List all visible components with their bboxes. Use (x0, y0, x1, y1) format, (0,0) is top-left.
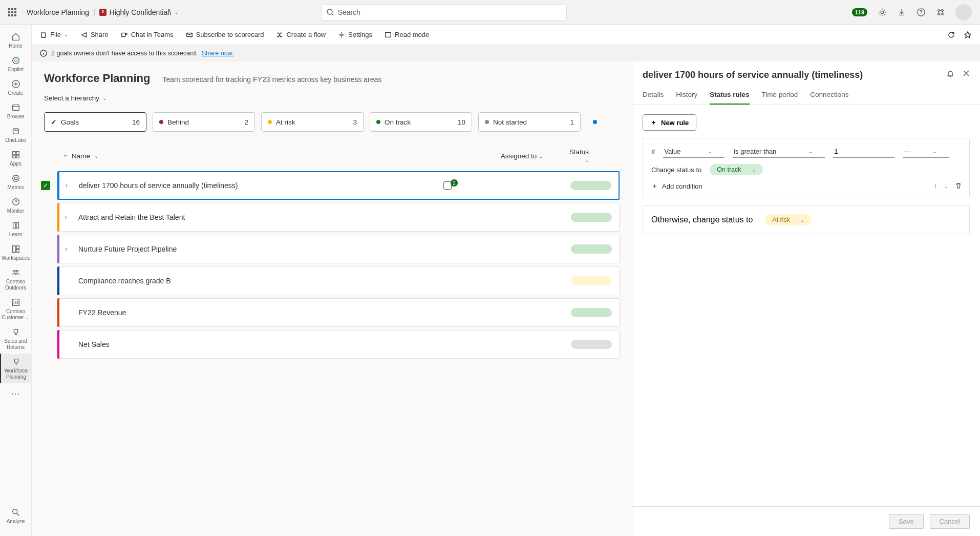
column-name[interactable]: Name⌄ (72, 152, 389, 160)
comment-badge[interactable]: 2 (443, 181, 458, 190)
nav-apps[interactable]: Apps (0, 147, 31, 170)
expand-icon[interactable]: › (65, 214, 73, 221)
nav-contoso-outdoors[interactable]: Contoso Outdoors (0, 264, 31, 294)
column-status[interactable]: Status ⌄ (563, 148, 599, 163)
pill-not-started[interactable]: Not started1 (478, 112, 581, 132)
chat-teams-button[interactable]: Chat in Teams (121, 31, 174, 38)
nav-workforce-planning[interactable]: Workforce Planning (0, 354, 31, 383)
nav-learn[interactable]: Learn (0, 217, 31, 241)
nav-create[interactable]: Create (0, 76, 31, 99)
settings-button[interactable]: Settings (338, 31, 372, 38)
svg-rect-27 (121, 33, 125, 36)
tab-status-rules[interactable]: Status rules (710, 86, 749, 105)
rule-field-select[interactable]: Value⌄ (663, 146, 725, 158)
nav-contoso-customer[interactable]: Contoso Customer ... (0, 294, 31, 324)
column-assigned[interactable]: Assigned to ⌄ (389, 152, 563, 160)
goal-row[interactable]: ›Attract and Retain the Best Talent (57, 203, 620, 232)
goal-row[interactable]: FY22 Revenue (57, 298, 620, 327)
bell-icon[interactable] (946, 70, 954, 79)
status-select-on-track[interactable]: On track⌄ (710, 164, 762, 175)
refresh-icon[interactable] (947, 31, 955, 39)
hierarchy-selector[interactable]: Select a hierarchy ⌄ (44, 94, 620, 102)
svg-point-18 (14, 177, 17, 179)
status-pill (571, 213, 612, 222)
share-now-link[interactable]: Share now. (202, 50, 234, 57)
goal-row[interactable]: Net Sales (57, 330, 620, 359)
expand-icon[interactable]: › (66, 182, 74, 189)
expand-all-icon[interactable]: › (62, 155, 69, 157)
file-menu[interactable]: File⌄ (40, 31, 68, 38)
notification-bar: 2 goals owners don't have access to this… (32, 45, 980, 61)
expand-icon[interactable]: › (65, 245, 73, 253)
row-checkbox[interactable]: ✓ (41, 181, 50, 190)
info-icon (40, 50, 47, 57)
comment-icon (443, 181, 452, 190)
rule-operator-select[interactable]: is greater than⌄ (733, 146, 825, 158)
new-rule-button[interactable]: ＋New rule (643, 114, 696, 131)
nav-onelake[interactable]: OneLake (0, 123, 31, 147)
org-icon[interactable] (936, 8, 945, 17)
nav-workspaces[interactable]: Workspaces (0, 241, 31, 264)
flow-icon (276, 31, 283, 38)
share-icon (80, 31, 88, 38)
nav-sales-returns[interactable]: Sales and Returns (0, 324, 31, 354)
nav-monitor[interactable]: Monitor (0, 194, 31, 217)
nav-browse[interactable]: Browse (0, 99, 31, 123)
notifications-badge[interactable]: 119 (852, 8, 867, 16)
trophy-icon (11, 357, 22, 367)
nav-analyze[interactable]: Analyze (0, 504, 31, 528)
rule-unit-select[interactable]: —⌄ (903, 146, 949, 158)
chevron-down-icon: ⌄ (64, 32, 68, 37)
read-mode-button[interactable]: Read mode (385, 31, 429, 38)
goal-row[interactable]: ✓›deliver 1700 hours of service annually… (57, 171, 620, 200)
pill-at-risk[interactable]: At risk3 (261, 112, 364, 132)
nav-more[interactable]: ⋯ (0, 383, 31, 403)
tab-history[interactable]: History (676, 86, 697, 105)
nav-home[interactable]: Home (0, 29, 31, 52)
close-icon[interactable] (963, 70, 970, 79)
subscribe-button[interactable]: Subscribe to scorecard (186, 31, 264, 38)
main-area: Workforce Planning Team scorecard for tr… (32, 61, 980, 536)
search-input[interactable]: Search (321, 4, 567, 20)
add-condition-button[interactable]: ＋Add condition (651, 181, 702, 191)
goal-name: Nurture Future Project Pipeline (78, 245, 571, 253)
share-button[interactable]: Share (80, 31, 109, 38)
onelake-icon (11, 126, 21, 136)
shield-icon (99, 9, 106, 16)
move-up-icon[interactable]: ↑ (934, 182, 938, 191)
goal-row[interactable]: Compliance reaches grade B (57, 266, 620, 295)
gear-icon[interactable] (878, 8, 887, 17)
search-icon (327, 9, 334, 16)
pill-goals[interactable]: ✓Goals16 (44, 112, 146, 132)
sensitivity-label[interactable]: Highly Confidential\ ⌄ (99, 8, 179, 16)
user-avatar[interactable] (955, 4, 972, 20)
create-flow-button[interactable]: Create a flow (276, 31, 326, 38)
cancel-button[interactable]: Cancel (930, 514, 970, 529)
status-pill (571, 340, 612, 349)
goal-row[interactable]: ›Nurture Future Project Pipeline (57, 235, 620, 263)
status-select-at-risk[interactable]: At risk⌄ (765, 214, 812, 225)
download-icon[interactable] (897, 8, 906, 17)
delete-icon[interactable] (955, 182, 962, 191)
trophy-icon (11, 327, 21, 337)
tab-time-period[interactable]: Time period (762, 86, 798, 105)
rule-value-input[interactable] (833, 146, 894, 158)
breadcrumb-item[interactable]: Workforce Planning (27, 8, 89, 16)
chevron-down-icon: ⌄ (800, 217, 804, 223)
tab-details[interactable]: Details (643, 86, 664, 105)
goal-name: Net Sales (78, 340, 571, 348)
save-button[interactable]: Save (889, 514, 924, 529)
pill-behind[interactable]: Behind2 (153, 112, 255, 132)
nav-metrics[interactable]: Metrics (0, 170, 31, 194)
status-dot (593, 120, 597, 124)
tab-connections[interactable]: Connections (810, 86, 848, 105)
move-down-icon[interactable]: ↓ (945, 182, 948, 191)
pill-on-track[interactable]: On track10 (370, 112, 472, 132)
monitor-icon (11, 197, 21, 207)
app-launcher-icon[interactable] (8, 8, 16, 16)
goal-name: Attract and Retain the Best Talent (78, 213, 571, 221)
help-icon[interactable] (917, 8, 926, 17)
star-icon[interactable] (964, 31, 972, 39)
nav-copilot[interactable]: Copilot (0, 52, 31, 76)
chevron-down-icon: ⌄ (808, 149, 813, 154)
